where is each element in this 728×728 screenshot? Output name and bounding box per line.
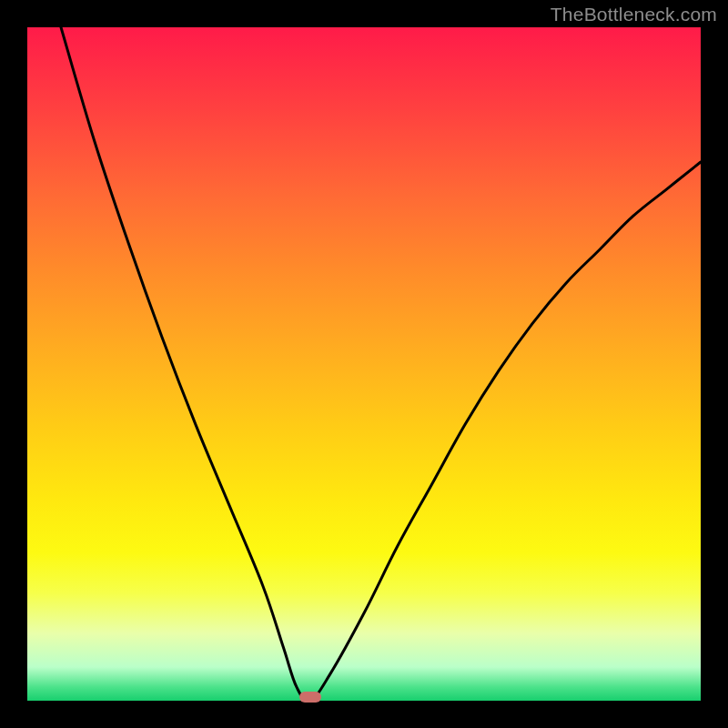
minimum-marker: [299, 692, 321, 703]
plot-area: [27, 27, 701, 701]
chart-container: TheBottleneck.com: [0, 0, 728, 728]
bottleneck-curve: [61, 27, 701, 701]
watermark-text: TheBottleneck.com: [551, 4, 717, 25]
curve-svg: [27, 27, 701, 701]
